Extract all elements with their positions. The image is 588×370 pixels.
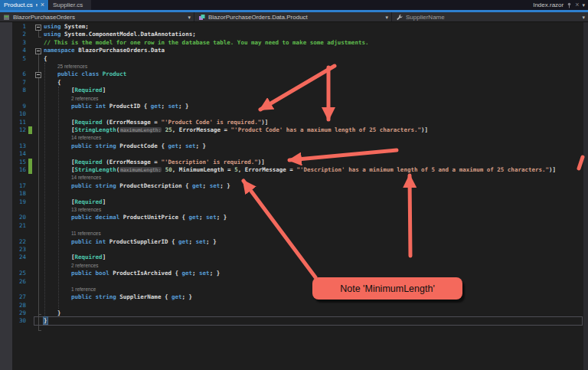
project-dropdown[interactable]: BlazorPurchaseOrders ▾ [0,12,194,21]
line-number: 24 [12,254,26,261]
code-text: [Required] [71,87,106,94]
line-number: 7 [12,79,26,87]
tab-supplier-cs[interactable]: Supplier.cs [49,0,91,10]
code-line[interactable]: 20public decimal ProductUnitPrice { get;… [0,214,583,221]
codelens-row: 2 references [0,262,583,270]
tab-product-cs[interactable]: Product.cs × [0,0,48,10]
code-line[interactable]: 25public bool ProductIsArchived { get; s… [0,270,583,277]
code-line[interactable]: 7{ [0,79,583,87]
project-name: BlazorPurchaseOrders [13,14,75,21]
close-icon[interactable]: × [575,2,579,8]
code-text: public int ProductID { get; set; } [71,103,189,110]
pin-icon[interactable] [35,2,38,8]
code-line[interactable]: 26 [0,278,583,286]
line-number: 19 [12,198,26,206]
code-line[interactable]: 30} [0,317,583,325]
code-text: public string SupplierName { get; } [71,293,192,301]
code-text: public int ProductSupplierID { get; set;… [71,238,217,246]
code-line[interactable]: 6public class Product [0,70,583,78]
code-line[interactable]: 27public string SupplierName { get; } [0,293,583,301]
outline-guide-hook [38,330,41,331]
code-text: // This is the model for one row in the … [44,39,368,47]
codelens-references-link[interactable]: 11 references [71,230,101,237]
code-line[interactable]: 14 [0,150,583,158]
change-bar [28,126,32,134]
fold-collapse-icon[interactable] [35,72,41,78]
code-line[interactable]: 18 [0,190,583,198]
fold-collapse-icon[interactable] [35,48,41,54]
code-text: public bool ProductIsArchived { get; set… [71,270,220,277]
vertical-scrollbar[interactable] [583,22,588,370]
code-line[interactable]: 21 [0,222,583,230]
change-bar [28,159,32,166]
code-line[interactable]: 1using System; [0,23,583,31]
line-number: 26 [12,278,26,286]
code-line[interactable]: 22public int ProductSupplierID { get; se… [0,238,583,246]
codelens-row: 13 references [0,206,583,214]
code-line[interactable]: 3// This is the model for one row in the… [0,39,583,47]
code-line[interactable]: 24[Required] [0,254,583,261]
code-text: [Required] [71,198,106,206]
line-number: 18 [12,190,26,198]
chevron-down-icon[interactable]: ▾ [188,15,191,20]
codelens-references-link[interactable]: 25 references [57,63,87,70]
line-number: 10 [12,110,26,118]
callout-text: Note 'MinimumLength' [340,283,435,294]
codelens-references-link[interactable]: 2 references [71,262,99,270]
pin-icon[interactable] [567,2,572,8]
line-number: 29 [12,309,26,317]
line-number: 6 [12,70,26,78]
member-dropdown[interactable]: SupplierName ▾ [393,12,588,21]
codelens-references-link[interactable]: 2 references [71,95,99,103]
chevron-down-icon[interactable]: ▾ [385,15,388,20]
wrench-icon [396,14,403,21]
code-text: [StringLength(maximumLength: 25, ErrorMe… [71,126,428,134]
code-line[interactable]: 9public int ProductID { get; set; } [0,103,583,110]
line-number: 14 [12,150,26,158]
line-number: 27 [12,293,26,301]
codelens-references-link[interactable]: 14 references [71,134,101,142]
code-text: namespace BlazorPurchaseOrders.Data [44,47,165,54]
code-line[interactable]: 8[Required] [0,87,583,94]
code-line[interactable]: 19[Required] [0,198,583,206]
chevron-down-icon[interactable]: ▾ [582,2,585,8]
code-line[interactable]: 10 [0,110,583,118]
tab-index-razor[interactable]: Index.razor × ▾ [533,0,585,10]
code-line[interactable]: 15[Required (ErrorMessage = "'Descriptio… [0,159,583,166]
code-line[interactable]: 11[Required (ErrorMessage = "'Product Co… [0,119,583,126]
line-number: 20 [12,214,26,221]
line-number: 17 [12,182,26,190]
codelens-row: 14 references [0,134,583,142]
code-text: { [44,55,47,63]
line-number: 2 [12,31,26,38]
code-text: [Required] [71,254,106,261]
code-text: [Required (ErrorMessage = "'Description'… [71,159,265,166]
close-icon[interactable]: × [41,2,44,8]
codelens-references-link[interactable]: 13 references [71,206,101,214]
fold-collapse-icon[interactable] [35,25,41,31]
codelens-references-link[interactable]: 1 reference [71,286,96,293]
chevron-down-icon[interactable]: ▾ [582,15,585,20]
tab-label: Index.razor [533,2,564,8]
code-line[interactable]: 23 [0,246,583,254]
code-line[interactable]: 2using System.ComponentModel.DataAnnotat… [0,31,583,38]
code-line[interactable]: 28 [0,302,583,309]
codelens-row: 1 reference [0,286,583,293]
code-editor[interactable]: 1using System;2using System.ComponentMod… [0,22,588,370]
code-line[interactable]: 5{ [0,55,583,63]
line-number: 28 [12,302,26,309]
code-text: using System.ComponentModel.DataAnnotati… [44,31,196,38]
code-text: [Required (ErrorMessage = "'Product Code… [71,119,268,126]
codelens-references-link[interactable]: 14 references [71,174,101,182]
code-line[interactable]: 17public string ProductDescription { get… [0,182,583,190]
type-dropdown[interactable]: BlazorPurchaseOrders.Data.Product ▾ [195,12,392,21]
code-line[interactable]: 16[StringLength(maximumLength: 50, Minim… [0,166,583,174]
code-line[interactable]: 4namespace BlazorPurchaseOrders.Data [0,47,583,54]
code-text: public class Product [57,70,126,78]
line-number: 9 [12,103,26,110]
code-text: } [44,317,47,325]
line-number: 11 [12,119,26,126]
code-line[interactable]: 13public string ProductCode { get; set; … [0,142,583,150]
code-line[interactable]: 12[StringLength(maximumLength: 25, Error… [0,126,583,134]
line-number: 22 [12,238,26,246]
